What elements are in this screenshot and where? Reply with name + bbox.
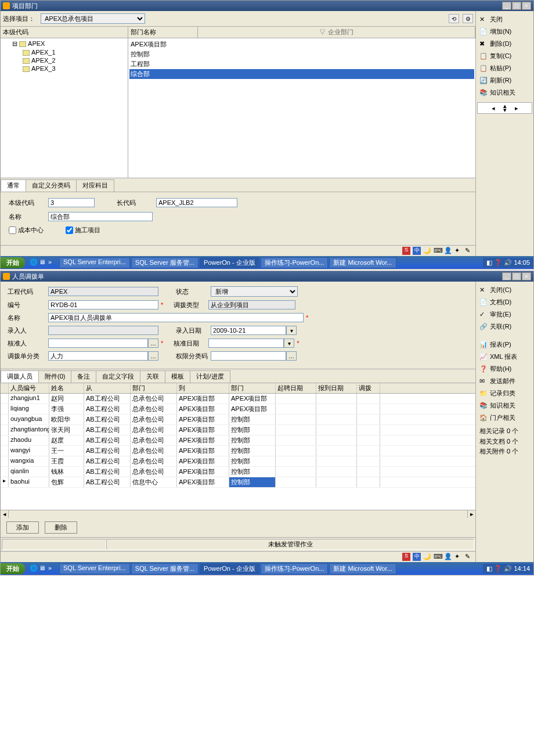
nav-right[interactable]: ▸ [513, 105, 521, 112]
side2-btn-3[interactable]: 🔗关联(R) [477, 321, 532, 333]
ql-desktop-2[interactable]: 🖥 [39, 564, 47, 573]
side2b-btn-3[interactable]: ✉发送邮件 [477, 375, 532, 387]
tray-icon-b3[interactable]: 🔊 [504, 565, 512, 573]
taskbar-item-4[interactable]: 新建 Microsoft Wor... [329, 563, 396, 574]
tree-node-APEX[interactable]: ⊟ APEX [2, 39, 127, 48]
lang-ext-2[interactable]: ⌨ [434, 247, 442, 255]
input-date-input[interactable] [211, 326, 286, 335]
status-select[interactable]: 新增 [211, 286, 298, 297]
project-select[interactable]: APEX总承包项目 [41, 13, 145, 24]
scroll-left[interactable]: ◂ [1, 510, 9, 518]
long-code-input[interactable] [156, 198, 237, 207]
start-button-2[interactable]: 开始 [1, 563, 25, 574]
lang-icon-2[interactable]: S [402, 553, 410, 561]
local-code-input[interactable] [48, 198, 95, 207]
side-btn-5[interactable]: 🔄刷新(R) [477, 74, 532, 87]
taskbar-item-3[interactable]: 操作练习-PowerOn... [261, 257, 329, 268]
table-row[interactable]: zhaodu赵度AB工程公司总承包公司APEX项目部控制部 [1, 435, 475, 446]
ql-desktop[interactable]: 🖥 [39, 258, 47, 267]
grid-header-4[interactable]: 到 [177, 383, 229, 393]
grid-header-1[interactable]: 姓名 [49, 383, 84, 393]
tab-0[interactable]: 通常 [1, 179, 26, 192]
side-btn-4[interactable]: 📋粘贴(P) [477, 62, 532, 74]
tab2-6[interactable]: 计划/进度 [190, 370, 230, 383]
tree-node-APEX_3[interactable]: APEX_3 [2, 64, 127, 73]
side2-btn-2[interactable]: ✓审批(E) [477, 308, 532, 321]
approve-date-picker[interactable]: ▾ [284, 339, 294, 348]
cat-input[interactable] [48, 351, 148, 361]
minimize-button[interactable]: _ [502, 2, 511, 10]
ql-more-2[interactable]: » [48, 564, 56, 573]
lang-ext-4[interactable]: ✦ [454, 247, 463, 255]
input-date-picker[interactable]: ▾ [286, 326, 297, 335]
tab2-4[interactable]: 关联 [140, 370, 165, 383]
side2b-btn-5[interactable]: 📚知识相关 [477, 399, 532, 412]
taskbar-item-0[interactable]: SQL Server Enterpri... [59, 563, 130, 574]
side2b-btn-6[interactable]: 🏠门户相关 [477, 412, 532, 424]
taskbar-item-1[interactable]: SQL Server 服务管... [131, 563, 199, 574]
table-row[interactable]: zhangtiantong张天同AB工程公司总承包公司APEX项目部控制部 [1, 425, 475, 435]
tab2-0[interactable]: 调拨人员 [1, 370, 39, 383]
nav-left[interactable]: ◂ [489, 105, 497, 112]
tree-node-APEX_2[interactable]: APEX_2 [2, 56, 127, 64]
lang-ext-5[interactable]: ✎ [465, 247, 473, 255]
tab2-2[interactable]: 备注 [71, 370, 96, 383]
lang-ext-b1[interactable]: 🌙 [423, 553, 431, 561]
lang-ext-3[interactable]: 👤 [444, 247, 452, 255]
dept-node-APEX_3[interactable]: 综合部 [129, 69, 474, 79]
perm-picker[interactable]: … [286, 351, 297, 361]
col-enterprise[interactable]: ▽ 企业部门 [198, 27, 475, 38]
num-input[interactable] [48, 300, 158, 309]
ime-icon[interactable]: 中 [413, 247, 421, 255]
tray-icon-b1[interactable]: ◧ [486, 565, 492, 573]
cat-picker[interactable]: … [148, 351, 158, 361]
approver-input[interactable] [48, 339, 148, 348]
delete-button[interactable]: 删除 [45, 521, 77, 534]
lang-ext-b3[interactable]: 👤 [444, 553, 452, 561]
side2-btn-1[interactable]: 📄文档(D) [477, 296, 532, 308]
dept-node-APEX_2[interactable]: 工程部 [129, 59, 474, 69]
dept-node-APEX_1[interactable]: 控制部 [129, 49, 474, 59]
table-row[interactable]: ▸baohui包辉AB工程公司信息中心APEX项目部控制部 [1, 477, 475, 488]
ql-ie[interactable]: 🌐 [30, 258, 38, 267]
maximize-button[interactable]: □ [512, 2, 521, 10]
cost-center-checkbox[interactable] [9, 226, 16, 234]
lang-ext-b5[interactable]: ✎ [465, 553, 473, 561]
side-btn-2[interactable]: ✖删除(D) [477, 38, 532, 50]
add-button[interactable]: 添加 [6, 521, 39, 534]
table-row[interactable]: zhangjun1赵同AB工程公司总承包公司APEX项目部APEX项目部 [1, 394, 475, 404]
taskbar-item-2[interactable]: PowerOn - 企业版 [200, 563, 259, 574]
scroll-right[interactable]: ▸ [467, 510, 475, 518]
grid-header-7[interactable]: 报到日期 [316, 383, 357, 393]
side-btn-6[interactable]: 📚知识相关 [477, 87, 532, 99]
side2b-btn-2[interactable]: ❓帮助(H) [477, 363, 532, 375]
side2-btn-0[interactable]: ✕关闭(C) [477, 284, 532, 296]
close-button-2[interactable]: × [522, 272, 531, 280]
grid-header-2[interactable]: 从 [84, 383, 131, 393]
lang-ext-b2[interactable]: ⌨ [434, 553, 442, 561]
nav-down[interactable]: ▾ [501, 108, 509, 112]
side-btn-1[interactable]: 📄增加(N) [477, 26, 532, 38]
side-btn-0[interactable]: ✕关闭 [477, 13, 532, 26]
tray-icon-b2[interactable]: ❓ [494, 565, 502, 573]
grid-header-0[interactable]: 人员编号 [9, 383, 49, 393]
side2b-btn-0[interactable]: 📊报表(P) [477, 339, 532, 351]
perm-input[interactable] [211, 351, 286, 361]
tray-icon-2[interactable]: ❓ [494, 259, 502, 267]
name-input[interactable] [48, 212, 153, 221]
close-button[interactable]: × [522, 2, 531, 10]
table-row[interactable]: wangyi王一AB工程公司总承包公司APEX项目部控制部 [1, 446, 475, 456]
tab-2[interactable]: 对应科目 [76, 179, 114, 192]
cons-project-checkbox[interactable] [66, 226, 73, 234]
approver-picker[interactable]: … [148, 339, 158, 348]
lang-icon[interactable]: S [402, 247, 410, 255]
lang-ext-1[interactable]: 🌙 [423, 247, 431, 255]
taskbar-item-0[interactable]: SQL Server Enterpri... [59, 257, 130, 268]
ime-icon-2[interactable]: 中 [413, 553, 421, 561]
taskbar-item-4[interactable]: 新建 Microsoft Wor... [329, 257, 396, 268]
maximize-button-2[interactable]: □ [512, 272, 521, 280]
tray-icon-1[interactable]: ◧ [486, 259, 492, 267]
ql-ie-2[interactable]: 🌐 [30, 564, 38, 573]
side-btn-3[interactable]: 📋复制(C) [477, 50, 532, 62]
table-row[interactable]: wangxia王霞AB工程公司总承包公司APEX项目部控制部 [1, 456, 475, 467]
